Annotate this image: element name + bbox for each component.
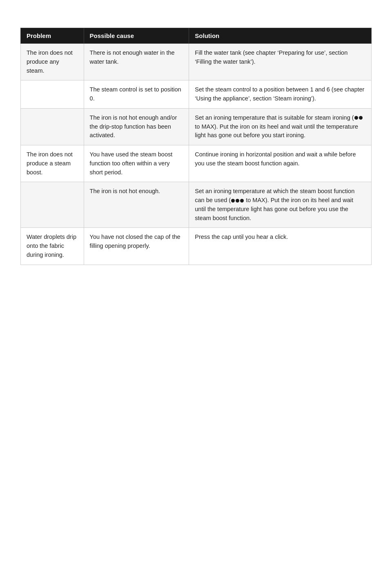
cell-problem bbox=[21, 80, 84, 109]
cell-solution: Set an ironing temperature at which the … bbox=[189, 182, 372, 228]
cell-cause: The iron is not hot enough. bbox=[84, 182, 189, 228]
temperature-dot-icon bbox=[231, 199, 235, 203]
table-row: The iron does not produce any steam.Ther… bbox=[21, 44, 372, 80]
cell-solution: Set an ironing temperature that is suita… bbox=[189, 108, 372, 145]
cell-solution: Continue ironing in horizontal position … bbox=[189, 145, 372, 182]
cell-cause: The steam control is set to position 0. bbox=[84, 80, 189, 109]
temperature-dot-icon bbox=[354, 116, 358, 120]
table-row: The steam control is set to position 0.S… bbox=[21, 80, 372, 109]
temperature-dot-icon bbox=[240, 199, 244, 203]
cell-cause: The iron is not hot enough and/or the dr… bbox=[84, 108, 189, 145]
cell-cause: You have used the steam boost function t… bbox=[84, 145, 189, 182]
col-header-solution: Solution bbox=[189, 28, 372, 44]
cell-problem: The iron does not produce a steam boost. bbox=[21, 145, 84, 182]
cell-problem bbox=[21, 108, 84, 145]
table-row: The iron does not produce a steam boost.… bbox=[21, 145, 372, 182]
col-header-problem: Problem bbox=[21, 28, 84, 44]
temperature-dot-icon bbox=[236, 199, 239, 203]
col-header-cause: Possible cause bbox=[84, 28, 189, 44]
cell-cause: You have not closed the cap of the filli… bbox=[84, 228, 189, 265]
cell-cause: There is not enough water in the water t… bbox=[84, 44, 189, 80]
cell-problem bbox=[21, 182, 84, 228]
cell-problem: The iron does not produce any steam. bbox=[21, 44, 84, 80]
cell-problem: Water droplets drip onto the fabric duri… bbox=[21, 228, 84, 265]
cell-solution: Fill the water tank (see chapter ‘Prepar… bbox=[189, 44, 372, 80]
cell-solution: Set the steam control to a position betw… bbox=[189, 80, 372, 109]
table-header-row: Problem Possible cause Solution bbox=[21, 28, 372, 44]
temperature-dot-icon bbox=[359, 116, 363, 120]
cell-solution: Press the cap until you hear a click. bbox=[189, 228, 372, 265]
table-row: Water droplets drip onto the fabric duri… bbox=[21, 228, 372, 265]
troubleshooting-table: Problem Possible cause Solution The iron… bbox=[20, 28, 372, 265]
table-row: The iron is not hot enough and/or the dr… bbox=[21, 108, 372, 145]
table-row: The iron is not hot enough.Set an ironin… bbox=[21, 182, 372, 228]
